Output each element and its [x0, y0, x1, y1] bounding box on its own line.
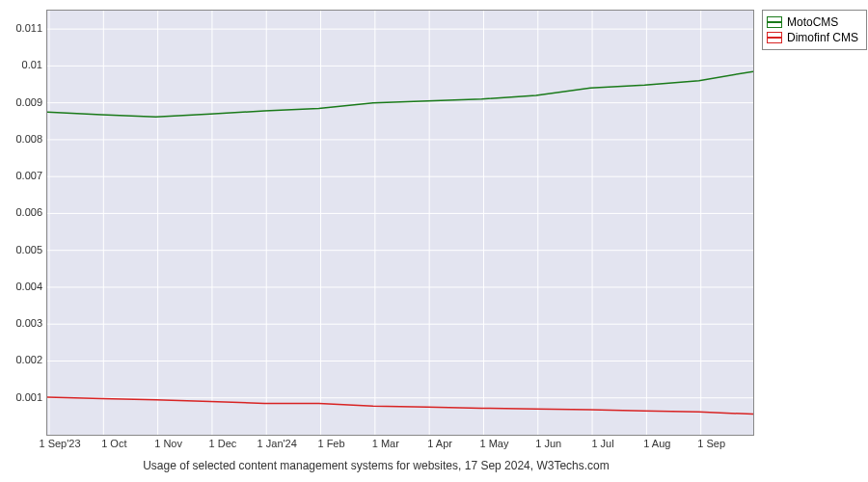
y-tick-label: 0.006	[4, 206, 42, 218]
legend-swatch	[767, 16, 782, 28]
x-tick-label: 1 Mar	[372, 438, 399, 449]
x-tick-label: 1 May	[479, 438, 508, 449]
series-line	[47, 71, 753, 117]
chart-container: 0.0010.0020.0030.0040.0050.0060.0070.008…	[0, 0, 868, 482]
legend-label: Dimofinf CMS	[787, 31, 858, 44]
x-tick-label: 1 Jul	[591, 438, 613, 449]
legend-row: MotoCMS	[767, 14, 858, 30]
plot-area	[46, 10, 754, 436]
x-tick-label: 1 Dec	[209, 438, 237, 449]
x-tick-label: 1 Oct	[101, 438, 126, 449]
series-line	[47, 397, 753, 415]
y-tick-label: 0.011	[4, 22, 42, 34]
y-tick-label: 0.001	[4, 391, 42, 403]
legend: MotoCMSDimofinf CMS	[762, 10, 867, 50]
y-tick-label: 0.005	[4, 244, 42, 255]
plot-svg	[47, 11, 753, 435]
y-tick-label: 0.007	[4, 170, 42, 181]
chart-caption: Usage of selected content management sys…	[0, 459, 752, 472]
x-tick-label: 1 Feb	[317, 438, 344, 449]
y-tick-label: 0.002	[4, 354, 42, 365]
y-tick-label: 0.01	[4, 59, 42, 70]
x-tick-label: 1 Jun	[535, 438, 561, 449]
legend-label: MotoCMS	[787, 15, 838, 29]
x-tick-label: 1 Sep'23	[39, 438, 80, 449]
x-tick-label: 1 Sep	[697, 438, 725, 449]
legend-swatch	[767, 32, 782, 43]
x-tick-label: 1 Jan'24	[258, 438, 297, 449]
x-tick-label: 1 Nov	[154, 438, 182, 449]
legend-row: Dimofinf CMS	[767, 30, 858, 45]
y-tick-label: 0.008	[4, 133, 42, 145]
y-tick-label: 0.009	[4, 96, 42, 108]
x-tick-label: 1 Aug	[643, 438, 670, 449]
y-tick-label: 0.004	[4, 281, 42, 292]
x-tick-label: 1 Apr	[427, 438, 452, 449]
y-tick-label: 0.003	[4, 317, 42, 329]
